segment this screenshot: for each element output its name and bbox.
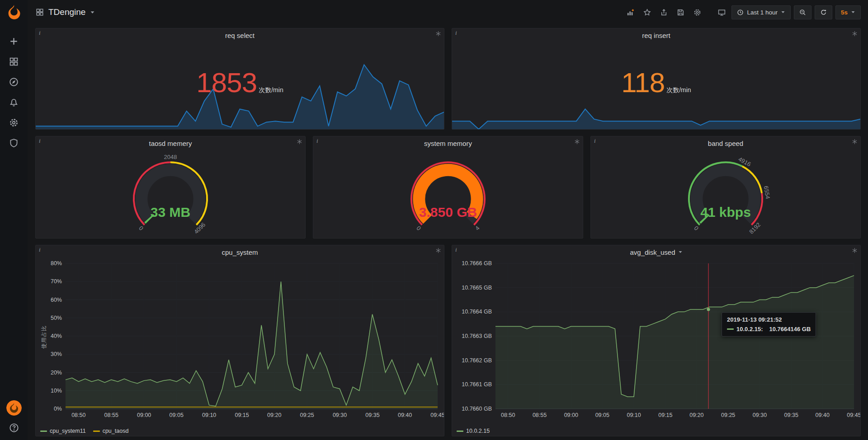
- svg-text:6554: 6554: [763, 185, 771, 199]
- svg-text:09:45: 09:45: [430, 412, 444, 418]
- tooltip-timestamp: 2019-11-13 09:21:52: [727, 316, 811, 323]
- svg-text:0: 0: [693, 225, 700, 232]
- svg-text:10%: 10%: [51, 388, 62, 394]
- svg-text:2048: 2048: [164, 154, 177, 160]
- svg-text:80%: 80%: [51, 260, 62, 267]
- svg-text:08:55: 08:55: [533, 412, 547, 418]
- help-icon[interactable]: [9, 423, 19, 435]
- sidebar-item-server-admin[interactable]: [0, 133, 28, 153]
- svg-text:10.7663 GB: 10.7663 GB: [462, 333, 492, 339]
- refresh-button[interactable]: [815, 5, 832, 19]
- graph-tooltip: 2019-11-13 09:21:52 10.0.2.15: 10.766414…: [722, 312, 816, 337]
- panel-taosd-memery: i taosd memery 040962048 33 MB: [35, 136, 306, 239]
- grafana-logo[interactable]: [6, 4, 22, 20]
- panel-loading-icon[interactable]: [297, 139, 302, 145]
- sidebar-item-configuration[interactable]: [0, 112, 28, 133]
- dashboards-grid-icon: [9, 57, 19, 66]
- svg-text:09:25: 09:25: [300, 412, 314, 418]
- sidebar-item-dashboards[interactable]: [0, 51, 28, 72]
- svg-text:10.7660 GB: 10.7660 GB: [462, 406, 492, 412]
- gauge-value: 41 kbps: [591, 205, 860, 220]
- refresh-interval-button[interactable]: 5s: [835, 5, 861, 19]
- panel-title[interactable]: req select: [36, 28, 444, 42]
- share-icon[interactable]: [657, 5, 670, 19]
- panel-loading-icon[interactable]: [574, 139, 580, 145]
- gear-icon: [9, 118, 19, 127]
- sidebar: [0, 0, 28, 440]
- settings-gear-icon[interactable]: [690, 5, 704, 19]
- graph-legend: cpu_system11 cpu_taosd: [40, 428, 128, 434]
- svg-text:10.7664 GB: 10.7664 GB: [462, 309, 492, 315]
- zoom-out-icon: [799, 9, 806, 16]
- panel-loading-icon[interactable]: [852, 248, 858, 253]
- panel-info-icon[interactable]: i: [455, 29, 457, 37]
- panel-title[interactable]: cpu_system: [36, 245, 444, 259]
- dashboard-title[interactable]: TDengine: [48, 7, 85, 17]
- panel-title[interactable]: avg_disk_used: [452, 245, 860, 259]
- panel-info-icon[interactable]: i: [594, 137, 596, 145]
- svg-text:0%: 0%: [54, 406, 62, 412]
- chevron-down-icon[interactable]: [90, 10, 95, 15]
- time-range-picker[interactable]: Last 1 hour: [731, 5, 791, 19]
- req-insert-value: 118 次数/min: [452, 66, 860, 98]
- svg-text:09:20: 09:20: [689, 412, 703, 418]
- save-icon[interactable]: [674, 5, 687, 19]
- panel-info-icon[interactable]: i: [316, 137, 318, 145]
- svg-text:08:50: 08:50: [71, 412, 85, 418]
- svg-text:09:30: 09:30: [333, 412, 347, 418]
- svg-text:09:35: 09:35: [365, 412, 379, 418]
- svg-text:50%: 50%: [51, 315, 62, 321]
- zoom-out-button[interactable]: [794, 5, 811, 19]
- svg-text:08:55: 08:55: [104, 412, 118, 418]
- user-avatar[interactable]: [6, 400, 22, 416]
- svg-text:09:10: 09:10: [202, 412, 216, 418]
- svg-text:70%: 70%: [51, 278, 62, 285]
- plus-icon: [9, 37, 19, 46]
- panel-info-icon[interactable]: i: [39, 29, 41, 37]
- star-icon[interactable]: [640, 5, 654, 19]
- panel-cpu-system: i cpu_system 使用占比 0%10%20%30%40%50%60%70…: [35, 245, 444, 436]
- sidebar-item-create[interactable]: [0, 31, 28, 51]
- cpu-system-graph[interactable]: 0%10%20%30%40%50%60%70%80%08:5008:5509:0…: [36, 259, 444, 424]
- time-range-label: Last 1 hour: [747, 9, 778, 16]
- svg-text:40%: 40%: [51, 333, 62, 339]
- clock-icon: [737, 9, 744, 16]
- panel-info-icon[interactable]: i: [39, 137, 41, 145]
- gauge-value: 3.850 GB: [313, 205, 583, 220]
- panel-loading-icon[interactable]: [852, 139, 858, 145]
- bell-icon: [9, 98, 19, 107]
- panel-title[interactable]: system memory: [313, 136, 583, 150]
- legend-item-10-0-2-15[interactable]: 10.0.2.15: [457, 428, 490, 434]
- grafana-app: TDengine: [0, 0, 868, 440]
- legend-item-cpu-taosd[interactable]: cpu_taosd: [93, 428, 129, 434]
- add-panel-icon[interactable]: [623, 5, 637, 19]
- panel-info-icon[interactable]: i: [455, 246, 457, 253]
- panel-loading-icon[interactable]: [852, 31, 858, 37]
- panel-system-memory: i system memory 04 3.850 GB: [313, 136, 583, 239]
- svg-text:30%: 30%: [51, 351, 62, 357]
- panel-loading-icon[interactable]: [435, 31, 441, 37]
- cycle-view-monitor-icon[interactable]: [715, 5, 728, 19]
- gauge-value: 33 MB: [36, 205, 305, 220]
- panel-title[interactable]: taosd memery: [36, 136, 305, 150]
- legend-item-cpu-system11[interactable]: cpu_system11: [40, 428, 86, 434]
- panel-req-insert: i req insert 118 次数/min: [452, 28, 861, 130]
- sidebar-item-explore[interactable]: [0, 72, 28, 92]
- navbar: TDengine: [28, 0, 868, 24]
- tooltip-series-dash: [727, 328, 734, 330]
- panel-title[interactable]: req insert: [452, 28, 860, 42]
- avg-disk-used-graph[interactable]: 10.7660 GB10.7661 GB10.7662 GB10.7663 GB…: [452, 259, 860, 424]
- panel-req-select: i req select 1853 次数/min: [35, 28, 444, 130]
- sidebar-item-alerting[interactable]: [0, 92, 28, 112]
- panel-info-icon[interactable]: i: [39, 246, 41, 253]
- panel-loading-icon[interactable]: [435, 248, 441, 253]
- svg-text:08:50: 08:50: [501, 412, 515, 418]
- chevron-down-icon: [781, 10, 785, 14]
- svg-text:09:40: 09:40: [398, 412, 412, 418]
- svg-text:10.7665 GB: 10.7665 GB: [462, 285, 492, 291]
- svg-text:09:35: 09:35: [784, 412, 798, 418]
- refresh-interval-label: 5s: [841, 9, 848, 16]
- svg-text:09:00: 09:00: [137, 412, 151, 418]
- graph-legend: 10.0.2.15: [457, 428, 490, 434]
- panel-title[interactable]: band speed: [591, 136, 860, 150]
